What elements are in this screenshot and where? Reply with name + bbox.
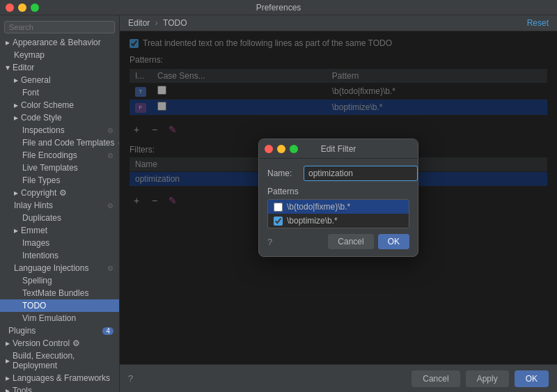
sidebar-item-language-injections[interactable]: Language Injections ⚙ — [0, 262, 119, 274]
sidebar-item-label: Tools — [13, 386, 32, 392]
arrow-icon: ▾ — [6, 63, 10, 72]
sidebar-search-container — [0, 18, 119, 36]
modal-window-controls — [265, 145, 298, 153]
sidebar-item-intentions[interactable]: Intentions — [0, 249, 119, 262]
sidebar-item-label: Intentions — [22, 251, 58, 260]
sidebar-item-label: Spelling — [22, 276, 52, 285]
sidebar-item-duplicates[interactable]: Duplicates — [0, 212, 119, 224]
modal-help-row: ? Cancel OK — [267, 234, 409, 249]
sidebar-item-code-style[interactable]: ▸ Code Style — [0, 111, 119, 124]
modal-name-label: Name: — [267, 168, 299, 178]
sidebar-item-label: Duplicates — [22, 213, 61, 223]
modal-max-button[interactable] — [290, 145, 298, 153]
bottom-help-icon[interactable]: ? — [128, 373, 133, 384]
modal-overlay: Edit Filter Name: Patterns \b(todo|fix — [120, 31, 557, 364]
sidebar-item-spelling[interactable]: Spelling — [0, 274, 119, 287]
sidebar-item-label: TODO — [22, 301, 46, 311]
sidebar-item-editor[interactable]: ▾ Editor — [0, 61, 119, 74]
modal-patterns-list: \b(todo|fixme)\b.* \boptimize\b.* — [267, 199, 409, 228]
modal-min-button[interactable] — [277, 145, 285, 153]
pattern-checkbox[interactable] — [274, 217, 283, 226]
sidebar-item-copyright[interactable]: ▸ Copyright ⚙ — [0, 187, 119, 199]
sidebar-item-label: File and Code Templates — [22, 138, 115, 148]
sidebar-item-file-code-templates[interactable]: File and Code Templates ⚙ — [0, 136, 119, 149]
sidebar-item-label: Images — [22, 238, 49, 248]
sidebar-item-label: Code Style — [21, 113, 62, 123]
sidebar-item-label: Inlay Hints — [14, 201, 53, 210]
modal-close-button[interactable] — [265, 145, 273, 153]
sidebar-item-label: Languages & Frameworks — [13, 373, 110, 383]
sidebar-item-font[interactable]: Font — [0, 86, 119, 99]
sidebar-item-textmate-bundles[interactable]: TextMate Bundles — [0, 287, 119, 299]
sidebar-item-file-types[interactable]: File Types — [0, 174, 119, 187]
sidebar-item-images[interactable]: Images — [0, 237, 119, 249]
ok-button[interactable]: OK — [515, 370, 549, 387]
settings-icon: ⚙ — [72, 338, 80, 348]
settings-icon: ⚙ — [107, 152, 113, 159]
edit-filter-modal: Edit Filter Name: Patterns \b(todo|fix — [258, 139, 418, 257]
sidebar-item-label: TextMate Bundles — [22, 288, 88, 298]
arrow-icon: ▸ — [6, 386, 10, 392]
sidebar-item-label: Build, Execution, Deployment — [13, 351, 113, 370]
window-title: Preferences — [256, 3, 301, 13]
sidebar-item-plugins[interactable]: Plugins 4 — [0, 324, 119, 337]
sidebar-item-general[interactable]: ▸ General — [0, 74, 119, 86]
pattern-text: \boptimize\b.* — [287, 216, 338, 226]
help-icon[interactable]: ? — [267, 237, 272, 247]
todo-panel: Treat indented text on the following lin… — [120, 31, 557, 364]
sidebar-item-label: Inspections — [22, 125, 65, 135]
sidebar-item-build-execution-deployment[interactable]: ▸ Build, Execution, Deployment — [0, 350, 119, 372]
close-button[interactable] — [6, 3, 14, 12]
arrow-icon: ▸ — [14, 113, 18, 123]
modal-cancel-button[interactable]: Cancel — [328, 234, 373, 249]
sidebar-item-appearance-behavior[interactable]: ▸ Appearance & Behavior — [0, 36, 119, 49]
sidebar-item-tools[interactable]: ▸ Tools — [0, 384, 119, 392]
sidebar-item-file-encodings[interactable]: File Encodings ⚙ — [0, 149, 119, 162]
arrow-icon: ▸ — [6, 356, 10, 366]
content-area: Editor › TODO Reset Treat indented text … — [120, 15, 557, 392]
breadcrumb-sep: › — [155, 18, 160, 28]
apply-button[interactable]: Apply — [466, 370, 509, 387]
sidebar-item-live-templates[interactable]: Live Templates — [0, 162, 119, 174]
sidebar-item-label: Font — [22, 88, 39, 97]
sidebar-item-label: Vim Emulation — [22, 313, 76, 323]
reset-button[interactable]: Reset — [527, 18, 549, 28]
sidebar-item-todo[interactable]: TODO — [0, 299, 119, 312]
modal-name-input[interactable] — [304, 166, 418, 181]
sidebar-item-languages-frameworks[interactable]: ▸ Languages & Frameworks — [0, 372, 119, 384]
sidebar-item-label: Plugins — [8, 326, 36, 336]
sidebar-item-vim-emulation[interactable]: Vim Emulation — [0, 312, 119, 324]
sidebar-item-keymap[interactable]: Keymap — [0, 49, 119, 61]
arrow-icon: ▸ — [6, 38, 10, 47]
pattern-checkbox[interactable] — [274, 203, 283, 212]
sidebar-item-inlay-hints[interactable]: Inlay Hints ⚙ — [0, 199, 119, 212]
sidebar-item-label: Language Injections — [14, 263, 88, 273]
window-controls — [6, 3, 39, 12]
titlebar: Preferences — [0, 0, 557, 15]
sidebar-item-label: File Types — [22, 175, 60, 185]
sidebar-item-color-scheme[interactable]: ▸ Color Scheme — [0, 99, 119, 111]
sidebar-item-label: Color Scheme — [21, 100, 74, 110]
search-input[interactable] — [4, 21, 115, 33]
sidebar-item-emmet[interactable]: ▸ Emmet — [0, 224, 119, 237]
modal-title: Edit Filter — [321, 144, 356, 154]
settings-icon: ⚙ — [107, 265, 113, 272]
arrow-icon: ▸ — [14, 226, 18, 235]
sidebar-item-label: Emmet — [21, 226, 47, 235]
arrow-icon: ▸ — [6, 338, 10, 348]
maximize-button[interactable] — [31, 3, 39, 12]
sidebar-item-inspections[interactable]: Inspections ⚙ — [0, 124, 119, 136]
cancel-button[interactable]: Cancel — [411, 370, 460, 387]
modal-ok-button[interactable]: OK — [378, 234, 409, 249]
sidebar-item-label: File Encodings — [22, 150, 77, 160]
modal-pattern-item[interactable]: \boptimize\b.* — [268, 214, 409, 228]
modal-actions: Cancel OK — [328, 234, 409, 249]
modal-name-row: Name: — [267, 166, 409, 181]
sidebar-item-version-control[interactable]: ▸ Version Control ⚙ — [0, 337, 119, 350]
sidebar-item-label: Editor — [13, 63, 34, 72]
settings-icon: ⚙ — [107, 127, 113, 134]
modal-pattern-item[interactable]: \b(todo|fixme)\b.* — [268, 200, 409, 214]
minimize-button[interactable] — [18, 3, 26, 12]
sidebar: ▸ Appearance & Behavior Keymap ▾ Editor … — [0, 15, 120, 392]
sidebar-item-label: Appearance & Behavior — [13, 38, 101, 47]
